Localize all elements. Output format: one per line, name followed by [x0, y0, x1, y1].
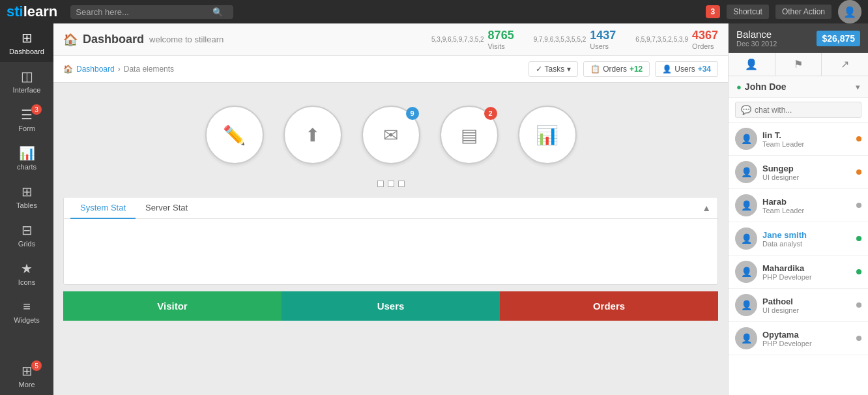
balance-date: Dec 30 2012: [736, 40, 777, 48]
user-dropdown-icon[interactable]: ▾: [856, 82, 860, 92]
slide-dot-3[interactable]: [398, 181, 405, 187]
balance-header: Balance Dec 30 2012 $26,875: [729, 23, 868, 53]
users-button[interactable]: 👤 Users +34: [655, 61, 718, 77]
member-role: UI designer: [762, 306, 851, 314]
panel-share-icon[interactable]: ↗: [822, 53, 868, 76]
chat-icon: 💬: [741, 105, 751, 115]
member-name: Mahardika: [762, 263, 851, 273]
sidebar-item-widgets[interactable]: ≡ Widgets: [0, 293, 53, 330]
member-name: Iin T.: [762, 130, 851, 140]
panel-person-icon[interactable]: 👤: [729, 53, 775, 76]
member-info: Pathoel UI designer: [762, 297, 851, 314]
list-item[interactable]: 👤 Jane smith Data analyst: [729, 222, 868, 256]
breadcrumb-home-icon: 🏠: [63, 65, 73, 74]
stat-orders-label: Orders: [692, 42, 718, 50]
collapse-icon[interactable]: ▲: [702, 203, 711, 213]
circle-upload-wrap: ⬆: [283, 106, 342, 164]
avatar: 👤: [735, 261, 757, 283]
stat-users: 9,7,9,6,3,5,3,5,5,2 1437 Users: [534, 29, 616, 50]
other-action-button[interactable]: Other Action: [775, 5, 832, 19]
avatar: 👤: [735, 294, 757, 316]
circle-mail-wrap: ✉ 9: [362, 106, 420, 164]
users-bottom-button[interactable]: Users: [282, 291, 500, 321]
list-item[interactable]: 👤 Pathoel UI designer: [729, 289, 868, 322]
list-item[interactable]: 👤 Mahardika PHP Developer: [729, 256, 868, 289]
member-info: Sungep UI designer: [762, 164, 851, 181]
sidebar-item-dashboard[interactable]: ⊞ Dashboard: [0, 23, 53, 62]
chat-input[interactable]: [755, 106, 856, 115]
search-box: 🔍: [70, 5, 233, 19]
member-role: UI designer: [762, 173, 851, 181]
sidebar-item-label-charts: charts: [17, 163, 36, 171]
status-indicator: [856, 169, 861, 175]
list-item[interactable]: 👤 Opytama PHP Developer: [729, 322, 868, 355]
member-info: Iin T. Team Leader: [762, 130, 851, 148]
breadcrumb: 🏠 Dashboard › Data elements: [63, 65, 174, 74]
stat-visits: 5,3,9,6,5,9,7,3,5,2 8765 Visits: [431, 29, 514, 50]
avatar: 👤: [735, 128, 757, 150]
user-avatar-top[interactable]: 👤: [838, 0, 861, 23]
panel-user-name: John Doe: [745, 81, 787, 92]
logo-prefix: sti: [7, 3, 23, 20]
search-icon: 🔍: [212, 7, 223, 17]
panel-flag-icon[interactable]: ⚑: [775, 53, 822, 76]
logo[interactable]: stilearn: [7, 3, 57, 20]
sidebar-item-interface[interactable]: ◫ Interface: [0, 62, 53, 100]
slide-dots: [63, 177, 718, 190]
top-nav: stilearn 🔍 3 Shortcut Other Action 👤: [0, 0, 868, 23]
tab-system-stat[interactable]: System Stat: [70, 197, 136, 219]
tables-icon: ⊞: [22, 184, 33, 199]
sidebar-item-more[interactable]: ⊞ More 5: [0, 357, 53, 395]
sidebar-item-label-grids: Grids: [18, 240, 35, 248]
status-indicator: [856, 269, 861, 274]
avatar: 👤: [735, 227, 757, 250]
stat-orders-numbers: 6,5,9,7,3,5,2,5,3,9: [635, 35, 688, 44]
list-item[interactable]: 👤 Sungep UI designer: [729, 156, 868, 189]
mail-badge: 9: [406, 107, 419, 120]
grids-icon: ⊟: [22, 222, 33, 238]
sidebar-item-label-widgets: Widgets: [14, 316, 40, 324]
orders-button[interactable]: 📋 Orders +12: [583, 61, 650, 77]
icon-circles: ✏️ ⬆ ✉ 9 ▤ 2 📊: [63, 93, 718, 177]
notification-badge[interactable]: 3: [706, 5, 721, 18]
sidebar-item-label-more: More: [18, 381, 35, 388]
status-indicator: [856, 302, 861, 308]
member-name: Pathoel: [762, 297, 851, 306]
main-content: ✏️ ⬆ ✉ 9 ▤ 2 📊: [53, 83, 728, 395]
sidebar-item-label-interface: Interface: [13, 86, 41, 94]
slide-dot-2[interactable]: [388, 181, 394, 187]
interface-icon: ◫: [21, 68, 33, 84]
status-indicator: [856, 203, 861, 208]
stat-users-label: Users: [590, 42, 616, 50]
tasks-button[interactable]: ✓ Tasks ▾: [528, 61, 579, 77]
shortcut-button[interactable]: Shortcut: [727, 5, 769, 19]
stat-orders: 6,5,9,7,3,5,2,5,3,9 4367 Orders: [635, 29, 718, 50]
sidebar-item-charts[interactable]: 📊 charts: [0, 139, 53, 177]
sidebar: ⊞ Dashboard ◫ Interface ☰ Form 3 📊 chart…: [0, 23, 53, 395]
search-input[interactable]: [76, 7, 212, 17]
more-icon: ⊞: [22, 363, 33, 379]
sidebar-item-grids[interactable]: ⊟ Grids: [0, 216, 53, 254]
barcode-badge: 2: [484, 107, 497, 120]
bc-actions: ✓ Tasks ▾ 📋 Orders +12 👤 Users +34: [528, 61, 718, 77]
sidebar-item-tables[interactable]: ⊞ Tables: [0, 177, 53, 216]
list-item[interactable]: 👤 Iin T. Team Leader: [729, 123, 868, 156]
sidebar-item-form[interactable]: ☰ Form 3: [0, 100, 53, 139]
member-role: Data analyst: [762, 240, 851, 248]
sidebar-item-label-dashboard: Dashboard: [9, 48, 44, 55]
circle-chart[interactable]: 📊: [518, 106, 577, 164]
tab-server-stat[interactable]: Server Stat: [136, 197, 197, 219]
circle-upload[interactable]: ⬆: [283, 106, 342, 164]
orders-label: Orders: [603, 65, 627, 74]
visitor-button[interactable]: Visitor: [63, 291, 282, 321]
sidebar-item-icons[interactable]: ★ Icons: [0, 254, 53, 293]
circle-edit-wrap: ✏️: [205, 106, 264, 164]
content-area: 🏠 Dashboard welcome to stillearn 5,3,9,6…: [53, 23, 728, 395]
breadcrumb-home-link[interactable]: Dashboard: [76, 65, 115, 74]
circle-edit[interactable]: ✏️: [205, 106, 264, 164]
charts-icon: 📊: [19, 145, 35, 161]
orders-bottom-button[interactable]: Orders: [500, 291, 718, 321]
member-role: Team Leader: [762, 207, 851, 214]
slide-dot-1[interactable]: [377, 181, 384, 187]
list-item[interactable]: 👤 Harab Team Leader: [729, 189, 868, 222]
